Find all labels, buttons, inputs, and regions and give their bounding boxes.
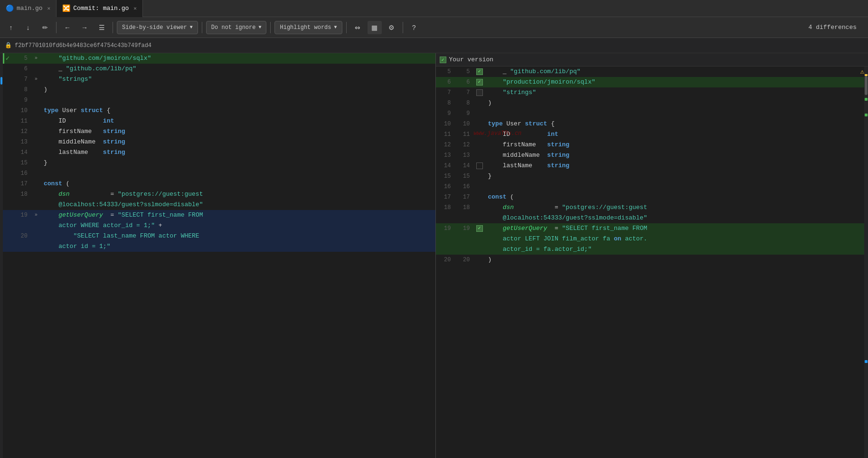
code-18-left: dsn = "postgres://guest:guest [41, 189, 435, 200]
code-9-right [485, 108, 868, 119]
code-16-right [485, 181, 868, 192]
diff-line-5-left: ✓ 5 » "github.com/jmoiron/sqlx" [3, 53, 435, 64]
tab-main-go[interactable]: 🔵 main.go ✕ [0, 0, 57, 17]
highlight-label: Highlight words [280, 24, 331, 31]
sep2 [113, 22, 113, 33]
right-panel-header: Your version [436, 53, 868, 67]
check-gutter-19r [474, 223, 485, 234]
code-18-right: dsn = "postgres://guest:guest [485, 202, 868, 213]
highlight-dropdown[interactable]: Highlight words ▼ [274, 21, 342, 34]
diff-line-19b-left: actor WHERE actor_id = 1;" + [3, 220, 435, 231]
code-11-right: ID int [485, 129, 868, 140]
down-button[interactable]: ↓ [21, 21, 35, 34]
go-file-icon: 🔵 [6, 4, 14, 12]
check-19r[interactable] [476, 225, 483, 232]
check-6r[interactable] [476, 79, 483, 86]
check-gutter-19cr [474, 244, 485, 255]
spacer-17 [3, 179, 12, 189]
check-gutter-18br [474, 213, 485, 223]
diff-line-18b-right: @localhost:54333/guest?sslmode=disable" [436, 213, 868, 223]
spacer-19 [3, 210, 12, 220]
line-num-12-left: 12 [12, 126, 31, 137]
code-12-right: firstName string [485, 140, 868, 150]
line-num-18br-right [455, 213, 474, 223]
tab-close-main-go[interactable]: ✕ [47, 5, 51, 11]
check-gutter-17r [474, 192, 485, 202]
gutter-19-left: » [31, 210, 41, 220]
commit-icon: 🔀 [62, 4, 70, 12]
check-gutter-5r [474, 67, 485, 77]
spacer-8 [3, 85, 12, 95]
code-12-left: firstName string [41, 126, 435, 137]
back-button[interactable]: ← [60, 21, 75, 34]
code-10-left: type User struct { [41, 105, 435, 116]
left-diff-content[interactable]: ✓ 5 » "github.com/jmoiron/sqlx" 6 _ "git… [3, 53, 435, 458]
spacer-12 [3, 126, 12, 137]
check-gutter-18r [474, 202, 485, 213]
settings-button[interactable]: ⚙ [385, 21, 399, 34]
line-num-15r-right: 15 [455, 171, 474, 181]
ignore-arrow: ▼ [258, 25, 261, 30]
left-panel: ✓ 5 » "github.com/jmoiron/sqlx" 6 _ "git… [3, 53, 436, 458]
diff-line-6-left: 6 _ "github.com/lib/pq" [3, 64, 435, 74]
line-num-17r-left: 17 [436, 192, 455, 202]
right-scrollbar[interactable] [864, 67, 868, 458]
tab-close-commit[interactable]: ✕ [133, 5, 137, 11]
code-13-left: middleName string [41, 137, 435, 147]
right-diff-content[interactable]: 5 5 _ "github.com/lib/pq" ⚠ 6 6 "product… [436, 67, 868, 458]
diff-line-10-left: 10 type User struct { [3, 105, 435, 116]
gutter-19b-left [31, 220, 41, 231]
diff-line-18-left: 18 dsn = "postgres://guest:guest [3, 189, 435, 200]
viewer-arrow: ▼ [190, 25, 193, 30]
code-16-left [41, 168, 435, 179]
line-num-17r-right: 17 [455, 192, 474, 202]
check-gutter-19br [474, 234, 485, 244]
grid-button[interactable]: ▦ [368, 21, 382, 34]
check-gutter-16r [474, 181, 485, 192]
viewer-label: Side-by-side viewer [122, 24, 187, 31]
check-gutter-13r [474, 150, 485, 161]
diff-line-16-left: 16 [3, 168, 435, 179]
code-8-right: ) [485, 98, 868, 108]
spacer-6 [3, 64, 12, 74]
sep3 [202, 22, 202, 33]
line-num-19r-right: 19 [455, 223, 474, 234]
line-num-10r-left: 10 [436, 119, 455, 129]
menu-button[interactable]: ☰ [94, 21, 109, 34]
check-5r[interactable] [476, 68, 483, 75]
check-gutter-7r [474, 87, 485, 98]
diff-line-19c-right: actor_id = fa.actor_id;" [436, 244, 868, 255]
check-gutter-20r [474, 255, 485, 265]
diff-line-16-right: 16 16 [436, 181, 868, 192]
gutter-5-left: » [31, 53, 41, 64]
your-version-checkbox[interactable] [440, 57, 446, 63]
edit-button[interactable]: ✏ [38, 21, 52, 34]
line-num-15-left: 15 [12, 158, 31, 168]
green-bar-5 [3, 53, 4, 64]
line-num-16-left: 16 [12, 168, 31, 179]
diff-line-13-right: 13 13 middleName string [436, 150, 868, 161]
spacer-19b [3, 220, 12, 231]
check-gutter-8r [474, 98, 485, 108]
help-button[interactable]: ? [407, 21, 421, 34]
viewer-dropdown[interactable]: Side-by-side viewer ▼ [117, 21, 198, 34]
tab-commit-main-go[interactable]: 🔀 Commit: main.go ✕ [57, 0, 143, 17]
code-6-right: "production/jmoiron/sqlx" [485, 77, 868, 87]
diff-line-6-right: 6 6 "production/jmoiron/sqlx" [436, 77, 868, 87]
ignore-label: Do not ignore [211, 24, 256, 31]
line-num-20b-left [12, 241, 31, 252]
diff-line-14-right: 14 14 lastName string [436, 161, 868, 171]
line-num-16r-left: 16 [436, 181, 455, 192]
gutter-20b-left [31, 241, 41, 252]
split-button[interactable]: ⇔ [350, 21, 365, 34]
check-7r[interactable] [476, 89, 483, 96]
ignore-dropdown[interactable]: Do not ignore ▼ [206, 21, 267, 34]
diff-line-18-right: 18 18 dsn = "postgres://guest:guest [436, 202, 868, 213]
line-num-13r-right: 13 [455, 150, 474, 161]
sep6 [403, 22, 403, 33]
code-20-left: "SELECT last_name FROM actor WHERE [41, 231, 435, 241]
gutter-9-left [31, 95, 41, 105]
gutter-8-left [31, 85, 41, 95]
forward-button[interactable]: → [77, 21, 92, 34]
up-button[interactable]: ↑ [4, 21, 18, 34]
